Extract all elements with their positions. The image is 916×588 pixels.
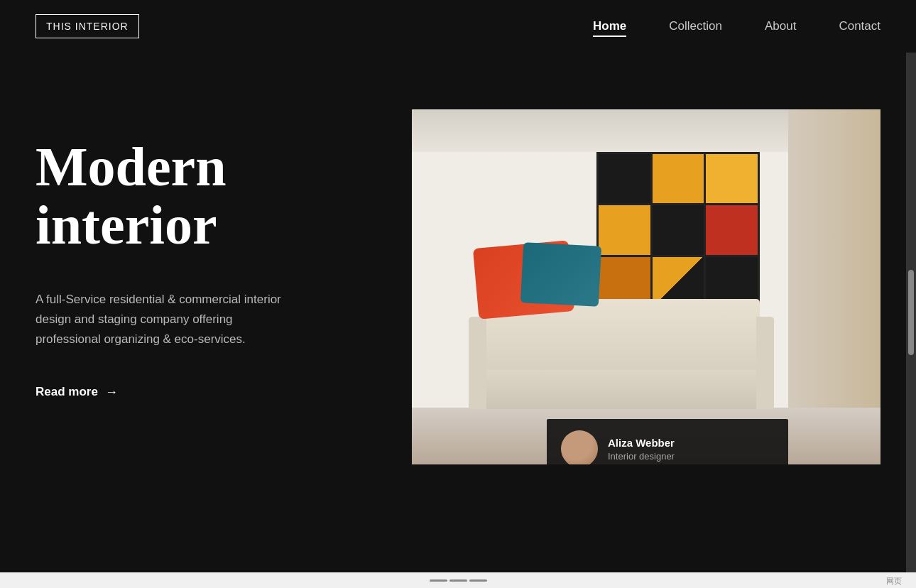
sofa-seat [469,370,774,409]
nav-item-collection[interactable]: Collection [669,19,722,33]
person-avatar [561,430,598,464]
person-title: Interior designer [608,451,675,462]
sofa-arm-left [469,317,486,409]
headline-line2: interior [36,194,217,256]
art-cell-3 [706,154,758,203]
browser-label: 网页 [886,576,902,587]
person-info: Aliza Webber Interior designer [608,437,675,462]
read-more-arrow: → [105,385,118,400]
avatar-face [561,430,598,464]
hero-description: A full-Service residential & commercial … [36,290,284,349]
right-image-area: Aliza Webber Interior designer [383,109,880,464]
nav-item-home[interactable]: Home [593,19,626,33]
bar-line-1 [430,579,447,582]
person-card: Aliza Webber Interior designer [547,419,788,464]
art-cell-6 [706,205,758,254]
artwork [596,152,760,308]
nav-links: Home Collection About Contact [593,19,880,33]
nav-link-collection[interactable]: Collection [669,19,722,33]
art-cell-2 [653,154,704,203]
logo[interactable]: THIS INTERIOR [36,14,139,38]
headline-line1: Modern [36,136,227,197]
nav-link-about[interactable]: About [765,19,796,33]
room-image: Aliza Webber Interior designer [412,109,880,464]
nav-link-contact[interactable]: Contact [839,19,880,33]
navbar: THIS INTERIOR Home Collection About Cont… [0,0,916,53]
nav-link-home[interactable]: Home [593,19,626,37]
person-name: Aliza Webber [608,437,675,449]
nav-item-about[interactable]: About [765,19,796,33]
sofa-arm-right [756,317,774,409]
art-cell-1 [599,154,650,203]
main-section: Modern interior A full-Service residenti… [0,53,916,493]
bottom-bar-lines [430,579,487,582]
read-more-link[interactable]: Read more → [36,385,341,400]
pillow-teal [520,242,601,307]
nav-item-contact[interactable]: Contact [839,19,880,33]
left-content: Modern interior A full-Service residenti… [36,109,341,400]
art-cell-5 [653,205,704,254]
hero-headline: Modern interior [36,138,341,254]
read-more-text: Read more [36,385,98,399]
bar-line-2 [449,579,467,582]
art-cell-4 [599,205,650,254]
bottom-bar [0,572,916,588]
bar-line-3 [469,579,487,582]
